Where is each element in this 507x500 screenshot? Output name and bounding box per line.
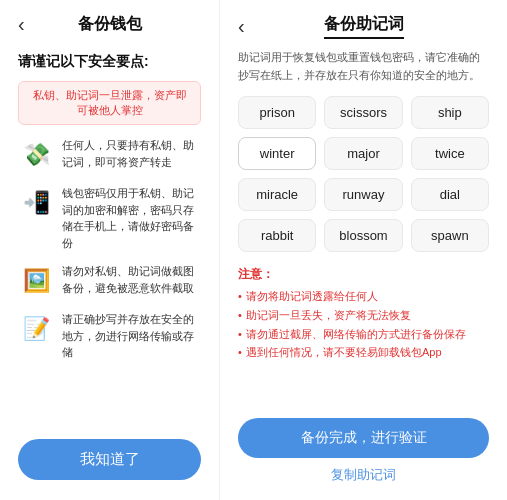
word-cell-5: major [324, 137, 402, 170]
mnemonic-word-grid: prison scissors ship winter major twice … [238, 96, 489, 252]
right-title-container: 备份助记词 [324, 14, 404, 39]
security-text-4: 请正确抄写并存放在安全的地方，勿进行网络传输或存储 [62, 311, 201, 361]
word-cell-7: miracle [238, 178, 316, 211]
word-cell-9: dial [411, 178, 489, 211]
left-panel: ‹ 备份钱包 请谨记以下安全要点: 私钥、助记词一旦泄露，资产即可被他人掌控 💸… [0, 0, 220, 500]
word-cell-1: prison [238, 96, 316, 129]
left-title: 备份钱包 [78, 14, 142, 35]
security-item-2: 📲 钱包密码仅用于私钥、助记词的加密和解密，密码只存储在手机上，请做好密码备份 [18, 185, 201, 251]
write-icon: 📝 [18, 311, 54, 347]
word-cell-3: ship [411, 96, 489, 129]
note-item-4: 遇到任何情况，请不要轻易卸载钱包App [238, 343, 489, 362]
security-item-4: 📝 请正确抄写并存放在安全的地方，勿进行网络传输或存储 [18, 311, 201, 361]
right-bottom-actions: 备份完成，进行验证 复制助记词 [238, 418, 489, 484]
left-subtitle: 请谨记以下安全要点: [18, 53, 201, 71]
note-item-3: 请勿通过截屏、网络传输的方式进行备份保存 [238, 325, 489, 344]
security-item-1: 💸 任何人，只要持有私钥、助记词，即可将资产转走 [18, 137, 201, 173]
notes-title: 注意： [238, 266, 489, 283]
notes-section: 注意： 请勿将助记词透露给任何人 助记词一旦丢失，资产将无法恢复 请勿通过截屏、… [238, 266, 489, 362]
security-items-list: 💸 任何人，只要持有私钥、助记词，即可将资产转走 📲 钱包密码仅用于私钥、助记词… [18, 137, 201, 429]
word-cell-10: rabbit [238, 219, 316, 252]
word-cell-4: winter [238, 137, 316, 170]
security-text-3: 请勿对私钥、助记词做截图备份，避免被恶意软件截取 [62, 263, 201, 296]
copy-mnemonic-link[interactable]: 复制助记词 [331, 466, 396, 484]
right-description: 助记词用于恢复钱包或重置钱包密码，请它准确的抄写在纸上，并存放在只有你知道的安全… [238, 49, 489, 84]
word-cell-12: spawn [411, 219, 489, 252]
warning-banner: 私钥、助记词一旦泄露，资产即可被他人掌控 [18, 81, 201, 125]
word-cell-11: blossom [324, 219, 402, 252]
left-header: ‹ 备份钱包 [18, 0, 201, 45]
note-item-2: 助记词一旦丢失，资产将无法恢复 [238, 306, 489, 325]
security-item-3: 🖼️ 请勿对私钥、助记词做截图备份，避免被恶意软件截取 [18, 263, 201, 299]
security-text-1: 任何人，只要持有私钥、助记词，即可将资产转走 [62, 137, 201, 170]
word-cell-6: twice [411, 137, 489, 170]
note-item-1: 请勿将助记词透露给任何人 [238, 287, 489, 306]
right-title: 备份助记词 [324, 14, 404, 39]
transfer-icon: 💸 [18, 137, 54, 173]
verify-button[interactable]: 备份完成，进行验证 [238, 418, 489, 458]
password-icon: 📲 [18, 185, 54, 221]
right-header: ‹ 备份助记词 [238, 0, 489, 49]
screenshot-icon: 🖼️ [18, 263, 54, 299]
acknowledge-button[interactable]: 我知道了 [18, 439, 201, 480]
word-cell-8: runway [324, 178, 402, 211]
left-back-icon[interactable]: ‹ [18, 13, 25, 36]
security-text-2: 钱包密码仅用于私钥、助记词的加密和解密，密码只存储在手机上，请做好密码备份 [62, 185, 201, 251]
right-back-icon[interactable]: ‹ [238, 15, 245, 38]
word-cell-2: scissors [324, 96, 402, 129]
right-panel: ‹ 备份助记词 助记词用于恢复钱包或重置钱包密码，请它准确的抄写在纸上，并存放在… [220, 0, 507, 500]
